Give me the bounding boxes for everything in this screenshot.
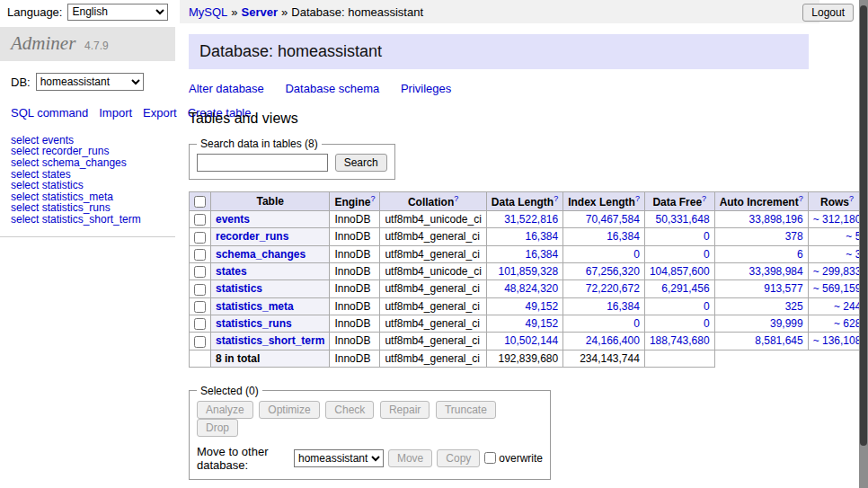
vertical-scrollbar[interactable] <box>859 0 868 488</box>
drop-button[interactable]: Drop <box>197 419 238 437</box>
rows-count-link[interactable]: ~ 136,108 <box>813 334 862 347</box>
data-length-link[interactable]: 49,152 <box>526 317 559 330</box>
optimize-button[interactable]: Optimize <box>259 401 319 419</box>
data-length-link[interactable]: 10,502,144 <box>504 334 558 347</box>
auto-increment-link[interactable]: 378 <box>785 230 803 243</box>
auto-increment-link[interactable]: 325 <box>785 300 803 313</box>
data-length-link[interactable]: 16,384 <box>526 230 559 243</box>
auto-increment-cell: 325 <box>714 297 808 315</box>
rows-count-link[interactable]: ~ 244 <box>834 300 861 313</box>
index-length-link[interactable]: 72,220,672 <box>586 282 640 295</box>
data-free-link[interactable]: 0 <box>704 230 710 243</box>
auto-increment-link[interactable]: 913,577 <box>764 282 802 295</box>
index-length-link[interactable]: 67,256,320 <box>586 265 640 278</box>
help-icon[interactable]: ? <box>370 194 375 203</box>
rows-count-link[interactable]: ~ 569,159 <box>813 282 862 295</box>
truncate-button[interactable]: Truncate <box>436 401 496 419</box>
sidebar-item-select-schema-changes[interactable]: select schema_changes <box>11 157 164 169</box>
row-checkbox[interactable] <box>194 318 206 330</box>
sidebar-link-export[interactable]: Export <box>143 106 177 120</box>
table-name-link[interactable]: statistics_runs <box>216 317 292 330</box>
overwrite-checkbox[interactable] <box>484 452 496 464</box>
rows-count-link[interactable]: ~ 299,833 <box>813 265 862 278</box>
total-collation-cell: utf8mb4_general_ci <box>380 350 486 367</box>
data-length-link[interactable]: 48,824,320 <box>504 282 558 295</box>
rows-count-link[interactable]: ~ 312,180 <box>813 213 862 226</box>
index-length-link[interactable]: 70,467,584 <box>586 213 640 226</box>
help-icon[interactable]: ? <box>554 194 558 203</box>
data-length-link[interactable]: 16,384 <box>526 248 559 261</box>
auto-increment-link[interactable]: 6 <box>797 248 803 261</box>
table-name-link[interactable]: events <box>216 213 250 226</box>
index-length-link[interactable]: 0 <box>633 248 640 261</box>
table-name-link[interactable]: schema_changes <box>216 248 306 261</box>
search-button[interactable]: Search <box>335 154 387 172</box>
row-checkbox[interactable] <box>194 214 206 226</box>
row-checkbox[interactable] <box>194 266 206 278</box>
index-length-link[interactable]: 0 <box>633 317 640 330</box>
row-checkbox[interactable] <box>194 249 206 261</box>
breadcrumb-server-link[interactable]: Server <box>242 5 278 19</box>
help-icon[interactable]: ? <box>454 194 458 203</box>
help-icon[interactable]: ? <box>702 194 706 203</box>
search-input[interactable] <box>197 154 328 172</box>
data-free-cell: 0 <box>644 315 714 332</box>
row-checkbox[interactable] <box>194 336 206 348</box>
table-name-link[interactable]: states <box>216 265 247 278</box>
total-data-length-cell: 192,839,680 <box>486 350 562 367</box>
index-length-link[interactable]: 16,384 <box>607 300 640 313</box>
move-button[interactable]: Move <box>388 449 432 467</box>
auto-increment-link[interactable]: 33,898,196 <box>749 213 803 226</box>
auto-increment-link[interactable]: 33,398,984 <box>749 265 803 278</box>
alter-database-link[interactable]: Alter database <box>189 82 264 95</box>
rows-count-link[interactable]: ~ 628 <box>834 317 861 330</box>
analyze-button[interactable]: Analyze <box>197 401 253 419</box>
total-index-length-cell: 234,143,744 <box>563 350 645 367</box>
table-row: statistics_runs InnoDB utf8mb4_general_c… <box>190 315 868 332</box>
help-icon[interactable]: ? <box>799 194 803 203</box>
repair-button[interactable]: Repair <box>380 401 430 419</box>
privileges-link[interactable]: Privileges <box>401 82 451 95</box>
sidebar-item-select-statistics[interactable]: select statistics <box>11 180 164 191</box>
index-length-link[interactable]: 16,384 <box>607 230 640 243</box>
data-free-link[interactable]: 0 <box>704 300 710 313</box>
logout-button[interactable]: Logout <box>802 4 854 22</box>
table-name-link[interactable]: statistics_short_term <box>216 334 324 347</box>
sidebar-item-select-statistics-short-term[interactable]: select statistics_short_term <box>11 214 164 226</box>
row-checkbox[interactable] <box>194 232 206 244</box>
table-name-link[interactable]: statistics_meta <box>216 300 294 313</box>
column-header-data-free: Data Free? <box>644 192 714 211</box>
check-button[interactable]: Check <box>325 401 374 419</box>
data-free-link[interactable]: 6,291,456 <box>661 282 709 295</box>
db-select[interactable]: homeassistant <box>36 73 144 91</box>
help-icon[interactable]: ? <box>849 194 854 203</box>
engine-cell: InnoDB <box>330 228 380 245</box>
row-checkbox[interactable] <box>194 284 206 296</box>
data-free-link[interactable]: 0 <box>704 248 710 261</box>
index-length-cell: 72,220,672 <box>563 280 645 297</box>
copy-button[interactable]: Copy <box>437 449 480 467</box>
move-database-select[interactable]: homeassistant <box>294 449 384 467</box>
table-name-link[interactable]: statistics <box>216 282 262 295</box>
table-name-link[interactable]: recorder_runs <box>216 230 288 243</box>
row-checkbox[interactable] <box>194 301 206 313</box>
data-length-link[interactable]: 31,522,816 <box>504 213 558 226</box>
data-free-link[interactable]: 188,743,680 <box>650 334 710 347</box>
scrollbar-thumb[interactable] <box>860 5 867 446</box>
data-length-cell: 49,152 <box>486 315 562 332</box>
data-free-link[interactable]: 0 <box>704 317 710 330</box>
data-free-link[interactable]: 104,857,600 <box>650 265 710 278</box>
select-all-checkbox[interactable] <box>194 196 206 208</box>
data-length-link[interactable]: 49,152 <box>526 300 559 313</box>
sidebar-link-import[interactable]: Import <box>99 106 132 120</box>
database-schema-link[interactable]: Database schema <box>285 82 379 95</box>
auto-increment-link[interactable]: 8,581,645 <box>755 334 802 347</box>
help-icon[interactable]: ? <box>635 194 640 203</box>
auto-increment-link[interactable]: 39,999 <box>770 317 803 330</box>
sidebar-link-sql-command[interactable]: SQL command <box>11 106 88 120</box>
data-free-link[interactable]: 50,331,648 <box>656 213 710 226</box>
language-select[interactable]: English <box>67 4 168 21</box>
data-length-link[interactable]: 101,859,328 <box>498 265 558 278</box>
index-length-link[interactable]: 24,166,400 <box>586 334 640 347</box>
breadcrumb-mysql-link[interactable]: MySQL <box>189 5 227 19</box>
